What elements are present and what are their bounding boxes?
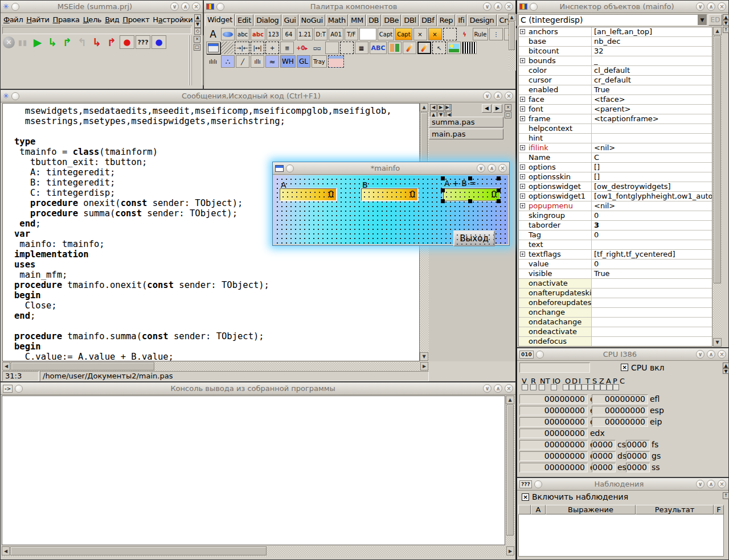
property-value[interactable]: <parent>: [592, 105, 712, 114]
spin-up[interactable]: ▲: [723, 14, 729, 20]
integeredit-icon[interactable]: 123: [267, 28, 281, 40]
console-vscrollbar[interactable]: ▲: [506, 396, 515, 545]
register-esp[interactable]: 00000000: [592, 406, 648, 415]
stringgrid-icon[interactable]: ABC: [370, 42, 387, 54]
stop-button[interactable]: ×: [3, 36, 15, 48]
property-value[interactable]: []: [592, 172, 712, 182]
maximize-button[interactable]: ∧: [488, 164, 496, 172]
spin-down[interactable]: ▼: [723, 20, 729, 26]
tab-float-button[interactable]: □: [505, 112, 511, 118]
scroll-up-arrow[interactable]: ▲: [506, 396, 514, 404]
property-row-Tag[interactable]: Tag0: [519, 230, 712, 240]
label-icon[interactable]: A: [206, 28, 220, 40]
selection-handle[interactable]: [468, 176, 472, 180]
property-value[interactable]: [592, 327, 712, 336]
close-button[interactable]: ×: [505, 384, 513, 393]
run-button[interactable]: ▶: [31, 35, 44, 49]
datetimeedit-icon[interactable]: D:T: [314, 28, 327, 40]
panels-icon[interactable]: ▫▫: [310, 42, 324, 54]
window-menu-button[interactable]: [534, 480, 542, 488]
formatedit-icon[interactable]: A01: [329, 28, 343, 40]
property-value[interactable]: 3: [592, 221, 712, 230]
minimize-button[interactable]: ∨: [483, 2, 492, 11]
property-value[interactable]: cr_default: [592, 76, 712, 85]
register-ebp[interactable]: 00000000: [519, 463, 588, 472]
inspector-scrollbar[interactable]: ▲ ▼: [713, 27, 722, 347]
property-row-ifilink[interactable]: +ifilink<nil>: [519, 143, 712, 153]
register-gs[interactable]: 0000: [626, 451, 650, 461]
palette-tab-dbe[interactable]: DBe: [382, 14, 401, 26]
palette-tab-rep[interactable]: Rep: [437, 14, 456, 26]
menu-item-6[interactable]: Настройки: [151, 15, 194, 24]
property-row-color[interactable]: colorcl_default: [519, 66, 712, 76]
realedit-icon[interactable]: 1.21: [297, 28, 313, 40]
palette-tab-mm[interactable]: MM: [349, 14, 366, 26]
field-b-edit[interactable]: 0: [361, 188, 418, 201]
property-value[interactable]: [592, 279, 712, 288]
property-value[interactable]: [ow_destroywidgets]: [592, 182, 712, 191]
property-value[interactable]: True: [592, 85, 712, 94]
nav-left[interactable]: ◀: [430, 104, 437, 111]
property-row-options[interactable]: +options[]: [519, 163, 712, 172]
property-row-ondatachange[interactable]: ondatachange: [519, 318, 712, 327]
closebutton-icon[interactable]: ×: [413, 28, 427, 40]
file-tab-summa[interactable]: summa.pas: [429, 117, 503, 127]
palette-tab-db[interactable]: DB: [366, 14, 381, 26]
scroll-thumb[interactable]: [420, 112, 428, 162]
menu-item-4[interactable]: Вид: [103, 15, 121, 24]
expand-icon[interactable]: +: [520, 116, 525, 121]
minimize-button[interactable]: ∨: [696, 2, 705, 11]
scroll-thumb[interactable]: [10, 546, 267, 555]
watches-table-body[interactable]: [518, 514, 724, 557]
register-esi[interactable]: 00000000: [519, 440, 588, 450]
expand-icon[interactable]: +: [520, 145, 525, 150]
layouter-icon[interactable]: [340, 42, 354, 54]
palette-tab-ifi[interactable]: Ifi: [456, 14, 466, 26]
nav-last[interactable]: ▶|: [445, 104, 452, 111]
palette-tab-edit[interactable]: Edit: [235, 14, 253, 26]
exit-button[interactable]: Выход: [453, 230, 495, 246]
menu-item-3[interactable]: Цель: [81, 15, 103, 24]
dock-close-button[interactable]: ×: [194, 36, 200, 43]
pagelist-icon[interactable]: ≣: [280, 42, 294, 54]
scroll-down-arrow[interactable]: ▼: [420, 352, 428, 361]
step-over-button[interactable]: ↱: [60, 35, 74, 49]
barcode-icon[interactable]: [462, 42, 477, 54]
property-row-value[interactable]: value0: [519, 260, 712, 269]
scroll-up-arrow[interactable]: ▲: [420, 103, 428, 112]
memo-icon[interactable]: ⋮: [489, 28, 503, 40]
palette-tab-dialog[interactable]: Dialog: [254, 14, 281, 26]
palette-tab-gui[interactable]: Gui: [282, 14, 298, 26]
image-icon[interactable]: [447, 42, 461, 54]
minimize-button[interactable]: ∨: [696, 480, 705, 488]
expand-icon[interactable]: +: [520, 184, 525, 189]
property-row-ondeactivate[interactable]: ondeactivate: [519, 327, 712, 337]
property-row-Name[interactable]: NameC: [519, 153, 712, 163]
property-row-text[interactable]: text: [519, 240, 712, 250]
waveform-icon[interactable]: ≈: [265, 55, 279, 68]
spacer-w-icon[interactable]: |↔|: [251, 42, 264, 54]
selection-handle[interactable]: [441, 188, 445, 192]
watch-column-Выражение[interactable]: Выражение: [546, 505, 636, 514]
property-row-bounds[interactable]: +bounds_: [519, 56, 712, 66]
menu-item-1[interactable]: Найти: [24, 15, 51, 24]
console-hscrollbar[interactable]: ◀ ▶: [2, 546, 515, 557]
close-button[interactable]: ×: [505, 2, 513, 11]
menu-item-2[interactable]: Правка: [51, 15, 81, 24]
expand-icon[interactable]: +: [520, 203, 525, 208]
property-value[interactable]: [ow1_fontglyphheight,ow1_autosc: [592, 192, 712, 201]
histogram-icon[interactable]: ıllı: [251, 55, 264, 68]
selection-handle[interactable]: [441, 199, 445, 203]
trayicon-icon[interactable]: Tray: [312, 55, 327, 68]
property-value[interactable]: C: [592, 153, 712, 162]
property-value[interactable]: [592, 298, 712, 307]
titlebar[interactable]: -> Консоль вывода из собранной программы…: [1, 382, 515, 395]
property-row-optionswidget[interactable]: +optionswidget[ow_destroywidgets]: [519, 182, 712, 192]
booleanedit-icon[interactable]: T/F: [345, 28, 358, 40]
colorclosebutton-icon[interactable]: ×: [428, 28, 442, 40]
property-value[interactable]: [592, 134, 712, 143]
int64edit-icon[interactable]: 64: [282, 28, 296, 40]
property-value[interactable]: [592, 124, 712, 133]
minimize-button[interactable]: ∨: [483, 384, 492, 393]
register-edi[interactable]: 00000000: [519, 451, 588, 461]
